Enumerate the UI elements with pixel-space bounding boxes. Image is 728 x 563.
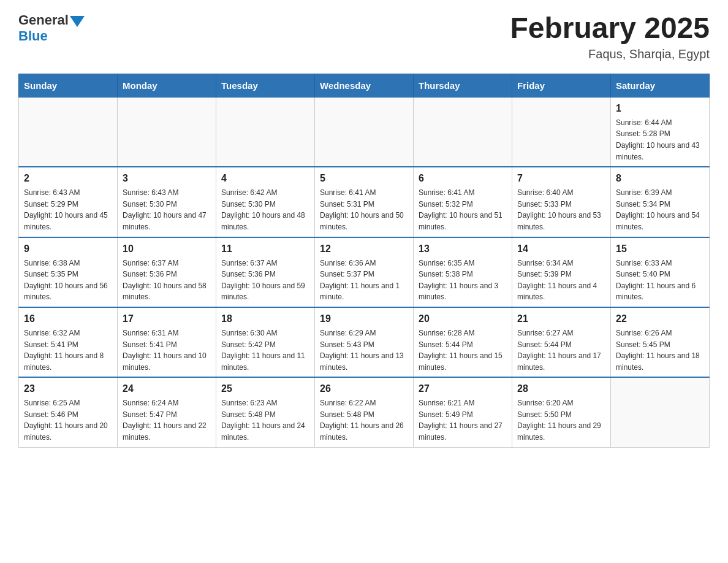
day-number: 10 xyxy=(123,242,211,256)
calendar-week-row: 16Sunrise: 6:32 AMSunset: 5:41 PMDayligh… xyxy=(19,307,710,377)
day-info: Sunrise: 6:27 AMSunset: 5:44 PMDaylight:… xyxy=(517,327,605,373)
day-info: Sunrise: 6:42 AMSunset: 5:30 PMDaylight:… xyxy=(221,187,309,232)
calendar-cell: 15Sunrise: 6:33 AMSunset: 5:40 PMDayligh… xyxy=(611,237,710,307)
day-info: Sunrise: 6:28 AMSunset: 5:44 PMDaylight:… xyxy=(419,327,507,373)
calendar-cell: 19Sunrise: 6:29 AMSunset: 5:43 PMDayligh… xyxy=(315,307,414,377)
calendar-subtitle: Faqus, Sharqia, Egypt xyxy=(510,47,710,61)
calendar-cell: 14Sunrise: 6:34 AMSunset: 5:39 PMDayligh… xyxy=(512,237,611,307)
day-number: 9 xyxy=(24,242,112,256)
calendar-header-row: SundayMondayTuesdayWednesdayThursdayFrid… xyxy=(19,74,710,97)
day-number: 3 xyxy=(123,171,211,186)
calendar-title: February 2025 xyxy=(510,12,710,45)
day-number: 18 xyxy=(221,312,309,326)
calendar-cell xyxy=(315,97,414,167)
logo-general-text: General xyxy=(18,12,69,28)
day-info: Sunrise: 6:24 AMSunset: 5:47 PMDaylight:… xyxy=(123,397,211,443)
calendar-week-row: 9Sunrise: 6:38 AMSunset: 5:35 PMDaylight… xyxy=(19,237,710,307)
calendar-week-row: 2Sunrise: 6:43 AMSunset: 5:29 PMDaylight… xyxy=(19,167,710,237)
calendar-cell xyxy=(118,97,216,167)
day-info: Sunrise: 6:30 AMSunset: 5:42 PMDaylight:… xyxy=(221,327,309,373)
day-info: Sunrise: 6:25 AMSunset: 5:46 PMDaylight:… xyxy=(24,397,112,443)
day-number: 8 xyxy=(616,171,704,186)
day-info: Sunrise: 6:29 AMSunset: 5:43 PMDaylight:… xyxy=(320,327,408,373)
day-number: 6 xyxy=(419,171,507,186)
calendar-cell xyxy=(19,97,118,167)
day-number: 17 xyxy=(123,312,211,326)
calendar-cell: 25Sunrise: 6:23 AMSunset: 5:48 PMDayligh… xyxy=(216,377,315,447)
calendar-cell: 24Sunrise: 6:24 AMSunset: 5:47 PMDayligh… xyxy=(118,377,216,447)
day-number: 13 xyxy=(419,242,507,256)
calendar-cell: 9Sunrise: 6:38 AMSunset: 5:35 PMDaylight… xyxy=(19,237,118,307)
day-info: Sunrise: 6:20 AMSunset: 5:50 PMDaylight:… xyxy=(517,397,605,443)
day-number: 1 xyxy=(616,101,704,116)
logo-triangle-icon xyxy=(70,16,85,27)
day-number: 19 xyxy=(320,312,408,326)
calendar-cell: 12Sunrise: 6:36 AMSunset: 5:37 PMDayligh… xyxy=(315,237,414,307)
calendar-cell: 2Sunrise: 6:43 AMSunset: 5:29 PMDaylight… xyxy=(19,167,118,237)
calendar-header-tuesday: Tuesday xyxy=(216,74,315,97)
calendar-cell xyxy=(512,97,611,167)
calendar-week-row: 1Sunrise: 6:44 AMSunset: 5:28 PMDaylight… xyxy=(19,97,710,167)
day-info: Sunrise: 6:40 AMSunset: 5:33 PMDaylight:… xyxy=(517,187,605,232)
calendar-header-friday: Friday xyxy=(512,74,611,97)
calendar-table: SundayMondayTuesdayWednesdayThursdayFrid… xyxy=(18,74,710,448)
day-info: Sunrise: 6:44 AMSunset: 5:28 PMDaylight:… xyxy=(616,117,704,163)
day-info: Sunrise: 6:39 AMSunset: 5:34 PMDaylight:… xyxy=(616,187,704,232)
calendar-cell: 17Sunrise: 6:31 AMSunset: 5:41 PMDayligh… xyxy=(118,307,216,377)
calendar-cell: 23Sunrise: 6:25 AMSunset: 5:46 PMDayligh… xyxy=(19,377,118,447)
day-number: 15 xyxy=(616,242,704,256)
logo: General Blue xyxy=(18,12,85,44)
day-info: Sunrise: 6:38 AMSunset: 5:35 PMDaylight:… xyxy=(24,258,112,303)
day-info: Sunrise: 6:34 AMSunset: 5:39 PMDaylight:… xyxy=(517,258,605,303)
calendar-cell: 3Sunrise: 6:43 AMSunset: 5:30 PMDaylight… xyxy=(118,167,216,237)
calendar-cell: 22Sunrise: 6:26 AMSunset: 5:45 PMDayligh… xyxy=(611,307,710,377)
calendar-cell: 4Sunrise: 6:42 AMSunset: 5:30 PMDaylight… xyxy=(216,167,315,237)
day-number: 4 xyxy=(221,171,309,186)
calendar-cell: 28Sunrise: 6:20 AMSunset: 5:50 PMDayligh… xyxy=(512,377,611,447)
day-number: 28 xyxy=(517,381,605,396)
day-info: Sunrise: 6:32 AMSunset: 5:41 PMDaylight:… xyxy=(24,327,112,373)
day-info: Sunrise: 6:33 AMSunset: 5:40 PMDaylight:… xyxy=(616,258,704,303)
day-number: 12 xyxy=(320,242,408,256)
day-info: Sunrise: 6:37 AMSunset: 5:36 PMDaylight:… xyxy=(221,258,309,303)
day-number: 27 xyxy=(419,381,507,396)
day-number: 7 xyxy=(517,171,605,186)
calendar-cell: 10Sunrise: 6:37 AMSunset: 5:36 PMDayligh… xyxy=(118,237,216,307)
calendar-header-sunday: Sunday xyxy=(19,74,118,97)
calendar-cell: 27Sunrise: 6:21 AMSunset: 5:49 PMDayligh… xyxy=(414,377,512,447)
day-number: 5 xyxy=(320,171,408,186)
day-number: 24 xyxy=(123,381,211,396)
day-number: 11 xyxy=(221,242,309,256)
day-info: Sunrise: 6:43 AMSunset: 5:29 PMDaylight:… xyxy=(24,187,112,232)
day-info: Sunrise: 6:35 AMSunset: 5:38 PMDaylight:… xyxy=(419,258,507,303)
day-number: 21 xyxy=(517,312,605,326)
day-info: Sunrise: 6:37 AMSunset: 5:36 PMDaylight:… xyxy=(123,258,211,303)
calendar-cell: 5Sunrise: 6:41 AMSunset: 5:31 PMDaylight… xyxy=(315,167,414,237)
calendar-cell: 7Sunrise: 6:40 AMSunset: 5:33 PMDaylight… xyxy=(512,167,611,237)
calendar-cell: 16Sunrise: 6:32 AMSunset: 5:41 PMDayligh… xyxy=(19,307,118,377)
day-number: 25 xyxy=(221,381,309,396)
calendar-header-monday: Monday xyxy=(118,74,216,97)
calendar-cell xyxy=(414,97,512,167)
calendar-cell: 6Sunrise: 6:41 AMSunset: 5:32 PMDaylight… xyxy=(414,167,512,237)
calendar-cell: 1Sunrise: 6:44 AMSunset: 5:28 PMDaylight… xyxy=(611,97,710,167)
day-info: Sunrise: 6:36 AMSunset: 5:37 PMDaylight:… xyxy=(320,258,408,303)
calendar-cell: 11Sunrise: 6:37 AMSunset: 5:36 PMDayligh… xyxy=(216,237,315,307)
day-info: Sunrise: 6:43 AMSunset: 5:30 PMDaylight:… xyxy=(123,187,211,232)
day-info: Sunrise: 6:41 AMSunset: 5:31 PMDaylight:… xyxy=(320,187,408,232)
day-number: 2 xyxy=(24,171,112,186)
calendar-cell: 21Sunrise: 6:27 AMSunset: 5:44 PMDayligh… xyxy=(512,307,611,377)
day-number: 23 xyxy=(24,381,112,396)
title-section: February 2025 Faqus, Sharqia, Egypt xyxy=(510,12,710,61)
day-number: 16 xyxy=(24,312,112,326)
day-info: Sunrise: 6:31 AMSunset: 5:41 PMDaylight:… xyxy=(123,327,211,373)
day-number: 26 xyxy=(320,381,408,396)
day-number: 20 xyxy=(419,312,507,326)
calendar-week-row: 23Sunrise: 6:25 AMSunset: 5:46 PMDayligh… xyxy=(19,377,710,447)
calendar-cell: 26Sunrise: 6:22 AMSunset: 5:48 PMDayligh… xyxy=(315,377,414,447)
day-number: 14 xyxy=(517,242,605,256)
day-info: Sunrise: 6:21 AMSunset: 5:49 PMDaylight:… xyxy=(419,397,507,443)
calendar-header-saturday: Saturday xyxy=(611,74,710,97)
calendar-cell: 20Sunrise: 6:28 AMSunset: 5:44 PMDayligh… xyxy=(414,307,512,377)
page-header: General Blue February 2025 Faqus, Sharqi… xyxy=(18,12,710,61)
